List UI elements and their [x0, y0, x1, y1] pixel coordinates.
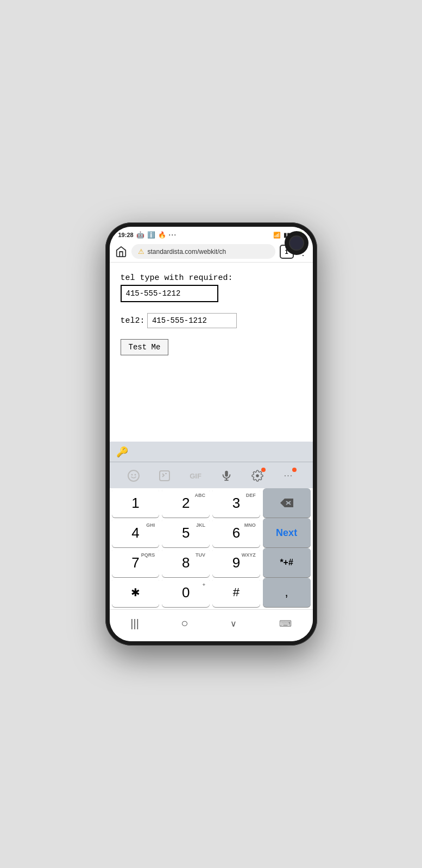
- test-me-button[interactable]: Test Me: [121, 339, 169, 355]
- page-content: tel type with required: tel2: Test Me: [110, 263, 313, 442]
- settings-btn[interactable]: [248, 467, 267, 485]
- key-0[interactable]: 0+: [162, 578, 210, 607]
- android-icon: 🤖: [136, 231, 144, 239]
- sticker-btn[interactable]: [155, 467, 174, 485]
- key-backspace[interactable]: [263, 488, 311, 518]
- tel2-label: tel2:: [121, 316, 145, 326]
- tel2-input[interactable]: [147, 313, 237, 328]
- camera-bump: [285, 231, 308, 255]
- key-hash[interactable]: #: [212, 578, 260, 607]
- phone-frame: 19:28 🤖 ℹ️ 🔥 ··· 📶 ▮▮▮ 🔋 ⚠: [105, 222, 317, 646]
- status-bar: 19:28 🤖 ℹ️ 🔥 ··· 📶 ▮▮▮ 🔋: [110, 227, 313, 241]
- phone-inner: 19:28 🤖 ℹ️ 🔥 ··· 📶 ▮▮▮ 🔋 ⚠: [110, 227, 313, 641]
- svg-point-0: [128, 470, 139, 481]
- svg-point-1: [131, 474, 133, 476]
- down-button[interactable]: ∨: [219, 616, 248, 631]
- key-4[interactable]: 4GHI: [112, 518, 160, 547]
- browser-bar: ⚠ standardista.com/webkit/ch 1 ⋮: [110, 241, 313, 263]
- key-5[interactable]: 5JKL: [162, 518, 210, 547]
- tel2-group: tel2:: [121, 313, 302, 328]
- back-button[interactable]: |||: [119, 615, 150, 632]
- key-6[interactable]: 6MNO: [212, 518, 260, 547]
- gif-btn[interactable]: GIF: [186, 467, 205, 485]
- more-dot: [292, 468, 297, 472]
- key-2[interactable]: 2ABC: [162, 488, 210, 518]
- key-1[interactable]: 1: [112, 488, 160, 518]
- keyboard-row-1: 1 2ABC 3DEF: [112, 488, 311, 518]
- emoji-btn[interactable]: [124, 467, 143, 485]
- key-star[interactable]: ✱: [112, 578, 160, 607]
- key-8[interactable]: 8TUV: [162, 548, 210, 577]
- key-symbols[interactable]: *+#: [263, 548, 311, 577]
- keyboard-row-3: 7PQRS 8TUV 9WXYZ *+#: [112, 548, 311, 577]
- keyboard-row-4: ✱ 0+ # ,: [112, 578, 311, 607]
- tel-required-input[interactable]: [121, 285, 218, 302]
- more-dots: ···: [169, 232, 177, 238]
- info-icon: ℹ️: [147, 231, 155, 239]
- tel-required-group: tel type with required:: [121, 273, 302, 302]
- key-icon: 🔑: [116, 446, 128, 458]
- status-left: 19:28 🤖 ℹ️ 🔥 ···: [118, 231, 177, 239]
- keyboard-row-2: 4GHI 5JKL 6MNO Next: [112, 518, 311, 547]
- key-comma[interactable]: ,: [263, 578, 311, 607]
- more-btn[interactable]: ···: [279, 467, 298, 485]
- keyboard-hide-button[interactable]: ⌨: [268, 616, 303, 631]
- svg-point-2: [135, 474, 136, 476]
- wifi-icon: 📶: [273, 232, 281, 239]
- key-next[interactable]: Next: [263, 518, 311, 547]
- firefox-icon: 🔥: [158, 231, 166, 239]
- keyboard-top-row: GIF ···: [110, 462, 313, 488]
- keyboard-rows: 1 2ABC 3DEF 4GHI: [110, 488, 313, 609]
- time-display: 19:28: [118, 232, 134, 238]
- settings-dot: [261, 468, 266, 472]
- url-text: standardista.com/webkit/ch: [148, 248, 226, 256]
- key-7[interactable]: 7PQRS: [112, 548, 160, 577]
- bottom-nav: ||| ○ ∨ ⌨: [110, 609, 313, 641]
- svg-rect-4: [225, 471, 228, 477]
- key-9[interactable]: 9WXYZ: [212, 548, 260, 577]
- camera-lens: [289, 235, 304, 251]
- key-3[interactable]: 3DEF: [212, 488, 260, 518]
- home-icon[interactable]: [115, 246, 127, 258]
- keyboard-toolbar: 🔑: [110, 442, 313, 462]
- warning-icon: ⚠: [138, 247, 144, 256]
- url-bar[interactable]: ⚠ standardista.com/webkit/ch: [131, 244, 275, 259]
- tel-required-label: tel type with required:: [121, 273, 302, 283]
- svg-rect-3: [160, 471, 169, 481]
- mic-btn[interactable]: [217, 467, 236, 485]
- home-button[interactable]: ○: [170, 614, 199, 633]
- test-button-group: Test Me: [121, 339, 302, 355]
